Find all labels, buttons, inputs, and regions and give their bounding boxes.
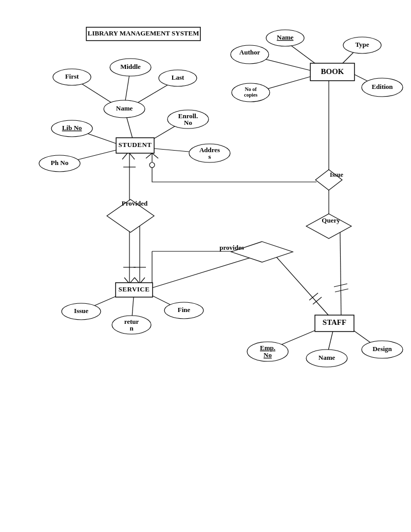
entity-book-label: BOOK <box>321 67 344 76</box>
attr-staff-empno-l2: No <box>264 351 272 359</box>
attr-book-type-label: Type <box>355 41 369 48</box>
attr-book-copies-l2: copies <box>244 92 257 98</box>
relationship-query-label: Query <box>322 216 340 224</box>
attr-service-issue-label: Issue <box>74 307 88 315</box>
attr-student-phno-label: Ph No <box>51 159 68 167</box>
attr-service-fine-label: Fine <box>178 306 191 314</box>
attr-staff-design-label: Design <box>372 345 392 353</box>
attr-student-middle-label: Middle <box>120 63 141 70</box>
page-title: LIBRARY MANAGEMENT SYSTEM <box>88 29 199 37</box>
attr-staff-name-label: Name <box>319 354 335 361</box>
attr-student-last-label: Last <box>172 74 184 81</box>
link-issue-student <box>152 153 316 182</box>
attr-staff-empno-l1: Emp. <box>260 344 275 352</box>
link-provides-staff <box>276 257 329 316</box>
entity-service-label: SERVICE <box>119 285 150 293</box>
entity-student-label: STUDENT <box>119 141 152 149</box>
relationship-provided-label: Provided <box>122 199 148 207</box>
link-query-staff <box>340 232 341 316</box>
attr-student-name-label: Name <box>116 104 133 112</box>
crow-provided-b <box>129 153 135 159</box>
attr-student-enroll-l2: No <box>184 119 192 126</box>
attr-student-libno-label: Lib No <box>62 124 82 132</box>
entity-staff-label: STAFF <box>323 318 346 326</box>
attr-book-author-label: Author <box>239 48 260 56</box>
cardinality-circle <box>150 162 155 168</box>
er-diagram: LIBRARY MANAGEMENT SYSTEM BOOK Name Auth… <box>0 0 411 532</box>
relationship-provides-label: provides <box>219 244 244 251</box>
crow-provided-a <box>122 153 127 159</box>
attr-book-copies-l1: No of <box>245 86 257 92</box>
relationship-issue-label: Issue <box>330 171 344 178</box>
attr-student-first-label: First <box>65 72 79 80</box>
attr-book-edition-label: Edition <box>371 83 393 90</box>
tick-provides-b <box>313 297 322 304</box>
attr-book-name-label: Name <box>277 33 294 41</box>
crow1b <box>152 153 158 158</box>
crow1a <box>146 153 152 158</box>
attr-service-return-l2: n <box>129 324 134 332</box>
tick-query-b <box>335 289 348 292</box>
attr-student-address-l2: s <box>208 153 211 160</box>
